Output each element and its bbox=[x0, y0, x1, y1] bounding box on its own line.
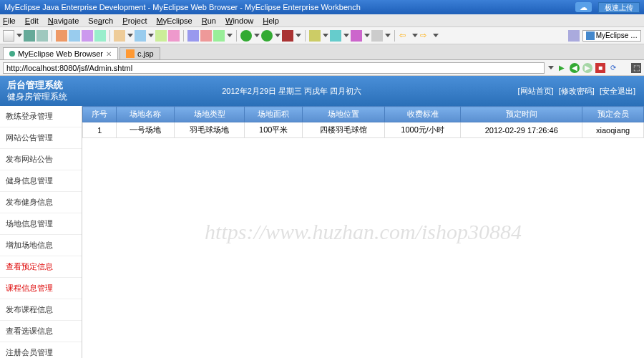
back-icon[interactable]: ⇦ bbox=[399, 30, 410, 42]
globe-icon bbox=[9, 51, 15, 57]
editor-tabs: MyEclipse Web Browser ✕ c.jsp bbox=[0, 44, 644, 60]
new-icon[interactable] bbox=[3, 30, 14, 42]
go-icon[interactable]: ▶ bbox=[557, 63, 567, 73]
sidebar-item-3[interactable]: 健身信息管理 bbox=[0, 170, 82, 192]
run-icon[interactable] bbox=[261, 30, 273, 42]
page-banner: 后台管理系统 健身房管理系统 2012年2月29日 星期三 丙戌年 四月初六 [… bbox=[0, 76, 644, 106]
tool-icon-11[interactable] bbox=[213, 30, 225, 42]
table-header: 收费标准 bbox=[384, 107, 460, 122]
tool-icon-3[interactable] bbox=[82, 30, 93, 42]
sidebar-item-11[interactable]: 注册会员管理 bbox=[0, 342, 82, 358]
tool-icon-2[interactable] bbox=[69, 30, 80, 42]
table-row[interactable]: 1一号场地羽毛球场地100平米四楼羽毛球馆1000元/小时2012-02-29 … bbox=[83, 122, 644, 138]
tool-icon-6[interactable] bbox=[135, 30, 146, 42]
sidebar: 教练登录管理网站公告管理发布网站公告健身信息管理发布健身信息场地信息管理增加场地… bbox=[0, 106, 82, 358]
table-header: 序号 bbox=[83, 107, 117, 122]
close-icon[interactable]: ✕ bbox=[106, 50, 112, 58]
sidebar-item-10[interactable]: 查看选课信息 bbox=[0, 321, 82, 342]
refresh-icon[interactable]: ⟳ bbox=[608, 63, 618, 73]
forward-icon[interactable]: ⇨ bbox=[419, 30, 431, 42]
tool-icon-14[interactable] bbox=[351, 30, 362, 42]
system-title-2: 健身房管理系统 bbox=[7, 92, 67, 103]
debug-icon[interactable] bbox=[240, 30, 252, 42]
table-cell: 2012-02-29 17:26:46 bbox=[461, 122, 582, 138]
tool-icon-8[interactable] bbox=[168, 30, 180, 42]
sidebar-item-4[interactable]: 发布健身信息 bbox=[0, 192, 82, 213]
tool-icon-9[interactable] bbox=[187, 30, 199, 42]
perspective-icon[interactable] bbox=[568, 30, 580, 42]
main-content: 序号场地名称场地类型场地面积场地位置收费标准预定时间预定会员 1一号场地羽毛球场… bbox=[82, 106, 644, 358]
sidebar-item-0[interactable]: 教练登录管理 bbox=[0, 106, 82, 127]
tool-icon-15[interactable] bbox=[371, 30, 383, 42]
menu-file[interactable]: FFileile bbox=[3, 16, 16, 25]
menu-search[interactable]: Search bbox=[88, 16, 113, 25]
main-toolbar: ⇦ ⇨ MyEclipse … bbox=[0, 27, 644, 44]
menu-window[interactable]: Window bbox=[225, 16, 253, 25]
link-home[interactable]: [网站首页] bbox=[518, 87, 554, 95]
table-header: 场地类型 bbox=[175, 107, 245, 122]
tool-icon-12[interactable] bbox=[309, 30, 321, 42]
external-icon[interactable] bbox=[282, 30, 293, 42]
tool-icon-10[interactable] bbox=[200, 30, 212, 42]
banner-date: 2012年2月29日 星期三 丙戌年 四月初六 bbox=[222, 86, 361, 97]
menu-project[interactable]: Project bbox=[122, 16, 147, 25]
menu-help[interactable]: Help bbox=[263, 16, 279, 25]
window-titlebar: MyEclipse Java Enterprise Development - … bbox=[0, 0, 644, 14]
tool-icon-5[interactable] bbox=[114, 30, 125, 42]
sidebar-item-7[interactable]: 查看预定信息 bbox=[0, 256, 82, 278]
tool-icon-7[interactable] bbox=[155, 30, 167, 42]
jsp-icon bbox=[126, 49, 135, 58]
link-logout[interactable]: [安全退出] bbox=[600, 87, 635, 95]
table-header: 预定会员 bbox=[582, 107, 644, 122]
sidebar-item-8[interactable]: 课程信息管理 bbox=[0, 278, 82, 299]
tool-icon-4[interactable] bbox=[94, 30, 106, 42]
cloud-icon[interactable]: ☁ bbox=[575, 2, 592, 12]
menu-edit[interactable]: Edit bbox=[25, 16, 39, 25]
banner-links: [网站首页] [修改密码] [安全退出] bbox=[517, 86, 638, 97]
upload-button[interactable]: 极速上传 bbox=[598, 2, 640, 13]
menu-run[interactable]: Run bbox=[202, 16, 216, 25]
watermark: https://www.huzhan.com/ishop30884 bbox=[205, 220, 522, 244]
nav-forward-icon[interactable]: ▶ bbox=[582, 63, 592, 73]
nav-back-icon[interactable]: ◀ bbox=[570, 63, 580, 73]
table-cell: 羽毛球场地 bbox=[175, 122, 245, 138]
table-cell: 1000元/小时 bbox=[384, 122, 460, 138]
system-title-1: 后台管理系统 bbox=[7, 79, 67, 92]
tab-web-browser[interactable]: MyEclipse Web Browser ✕ bbox=[3, 47, 118, 59]
table-header: 场地名称 bbox=[117, 107, 175, 122]
window-title: MyEclipse Java Enterprise Development - … bbox=[4, 0, 361, 14]
table-header: 场地面积 bbox=[245, 107, 303, 122]
sidebar-item-9[interactable]: 发布课程信息 bbox=[0, 299, 82, 321]
table-header: 场地位置 bbox=[303, 107, 385, 122]
url-input[interactable] bbox=[3, 62, 545, 74]
tab-label: c.jsp bbox=[137, 49, 154, 58]
stop-icon[interactable]: ■ bbox=[595, 63, 605, 73]
sidebar-item-6[interactable]: 增加场地信息 bbox=[0, 235, 82, 256]
table-cell: 1 bbox=[83, 122, 117, 138]
sidebar-item-5[interactable]: 场地信息管理 bbox=[0, 213, 82, 235]
tool-icon[interactable]: ⬚ bbox=[631, 63, 641, 73]
table-cell: 四楼羽毛球馆 bbox=[303, 122, 385, 138]
sidebar-item-2[interactable]: 发布网站公告 bbox=[0, 149, 82, 170]
data-table: 序号场地名称场地类型场地面积场地位置收费标准预定时间预定会员 1一号场地羽毛球场… bbox=[82, 106, 644, 138]
save-all-icon[interactable] bbox=[36, 30, 48, 42]
save-icon[interactable] bbox=[24, 30, 35, 42]
menu-myeclipse[interactable]: MyEclipse bbox=[157, 16, 192, 25]
sidebar-item-1[interactable]: 网站公告管理 bbox=[0, 127, 82, 149]
table-cell: 一号场地 bbox=[117, 122, 175, 138]
myeclipse-perspective-button[interactable]: MyEclipse … bbox=[582, 30, 641, 42]
tab-label: MyEclipse Web Browser bbox=[18, 49, 103, 58]
menubar: FFileile Edit Navigate Search Project My… bbox=[0, 14, 644, 27]
table-cell: 100平米 bbox=[245, 122, 303, 138]
table-cell: xiaoqiang bbox=[582, 122, 644, 138]
table-header: 预定时间 bbox=[461, 107, 582, 122]
tool-icon-13[interactable] bbox=[330, 30, 341, 42]
link-changepw[interactable]: [修改密码] bbox=[559, 87, 595, 95]
browser-urlbar: ▶ ◀ ▶ ■ ⟳ ⬚ bbox=[0, 60, 644, 76]
url-dropdown-icon[interactable] bbox=[548, 66, 554, 69]
tab-jsp[interactable]: c.jsp bbox=[119, 47, 160, 59]
tool-icon-1[interactable] bbox=[56, 30, 67, 42]
menu-navigate[interactable]: Navigate bbox=[48, 16, 79, 25]
